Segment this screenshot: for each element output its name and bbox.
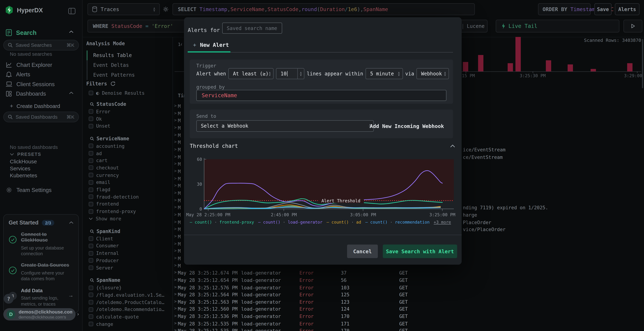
tab-results-table[interactable]: Results Table <box>86 50 135 60</box>
histogram-bar[interactable] <box>591 69 596 71</box>
denoise-results-option[interactable]: ◐ Denoise Results <box>82 89 172 97</box>
tab-new-alert[interactable]: + New Alert <box>193 42 229 48</box>
filter-item[interactable]: Consumer <box>82 242 172 250</box>
get-started-step[interactable]: 3Add DataStart sending logs, metrics, or… <box>8 288 74 307</box>
table-row[interactable]: >May 28 3:25:12.576 PMload-generatorErro… <box>172 284 644 291</box>
filter-checkbox[interactable] <box>89 237 93 241</box>
number-spinner[interactable]: ∧∨ <box>297 68 304 79</box>
presets-toggle[interactable]: PRESETS <box>10 151 41 158</box>
row-expand-chevron[interactable]: > <box>174 277 176 282</box>
saved-search-name-input[interactable]: Saved search name <box>222 22 282 34</box>
sidebar-item-client-sessions[interactable]: Client Sessions <box>6 79 54 89</box>
table-row[interactable]: >May 28 3:25:12.654 PMload-generatorErro… <box>172 277 644 284</box>
row-expand-chevron[interactable]: > <box>174 103 176 108</box>
filter-checkbox[interactable] <box>89 322 93 326</box>
filter-checkbox[interactable] <box>89 202 93 206</box>
row-expand-chevron[interactable]: > <box>174 125 176 130</box>
filter-checkbox[interactable] <box>89 307 93 312</box>
filter-item[interactable]: Error <box>82 108 172 115</box>
row-expand-chevron[interactable]: > <box>174 169 176 173</box>
histogram-bar[interactable] <box>627 63 632 71</box>
table-row[interactable]: >May 28 3:25:12.563 PMload-generatorErro… <box>172 298 644 306</box>
row-expand-chevron[interactable]: > <box>174 292 176 296</box>
row-expand-chevron[interactable]: > <box>174 306 176 311</box>
filter-group-label[interactable]: SpanName <box>82 277 172 284</box>
filter-group-label[interactable]: StatusCode <box>82 101 172 108</box>
table-row[interactable]: >May 28 3:25:12.536 PMload-generatorErro… <box>172 313 644 320</box>
filter-checkbox[interactable] <box>89 251 93 255</box>
filter-item[interactable]: Unset <box>82 122 172 130</box>
histogram-bar[interactable] <box>568 64 573 71</box>
chevron-right-icon[interactable]: › <box>77 311 79 317</box>
legend-item[interactable]: — count() · frontend-proxy <box>190 220 254 225</box>
filter-item[interactable]: checkout <box>82 164 172 172</box>
table-row[interactable]: >May 28 3:25:12.560 PMload-generatorErro… <box>172 306 644 313</box>
filter-group-label[interactable]: SpanKind <box>82 228 172 235</box>
refresh-icon[interactable] <box>110 81 116 86</box>
preset-kubernetes[interactable]: Kubernetes <box>10 172 37 178</box>
filter-item[interactable]: Client <box>82 235 172 242</box>
denoise-checkbox[interactable] <box>89 91 93 95</box>
filter-checkbox[interactable] <box>89 209 93 214</box>
filter-checkbox[interactable] <box>89 286 93 290</box>
table-row[interactable]: >May 28 3:25:12.674 PMload-generatorErro… <box>172 269 644 277</box>
filter-item[interactable]: Internal <box>82 250 172 257</box>
row-expand-chevron[interactable]: > <box>174 205 176 209</box>
row-expand-chevron[interactable]: > <box>174 248 176 253</box>
save-button[interactable]: Save <box>594 3 612 15</box>
table-row[interactable]: >May 28 3:25:12.535 PMload-generatorErro… <box>172 320 644 327</box>
legend-item[interactable]: — count() · recommendation <box>365 220 430 225</box>
row-expand-chevron[interactable]: > <box>174 154 176 159</box>
filter-checkbox[interactable] <box>89 300 93 305</box>
filter-item[interactable]: /oteldemo.ProductCatalo… <box>82 299 172 306</box>
row-expand-chevron[interactable]: > <box>174 227 176 231</box>
legend-more-button[interactable]: +3 more <box>434 220 451 225</box>
filter-checkbox[interactable] <box>89 109 93 114</box>
filter-group-label[interactable]: ServiceName <box>82 135 172 142</box>
live-tail-button[interactable]: Live Tail <box>496 20 619 32</box>
filter-item[interactable]: {closure} <box>82 284 172 292</box>
filter-checkbox[interactable] <box>89 187 93 192</box>
filter-item[interactable]: cart <box>82 157 172 164</box>
preset-services[interactable]: Services <box>10 165 30 171</box>
sidebar-item-chart-explorer[interactable]: Chart Explorer <box>6 60 52 69</box>
filter-checkbox[interactable] <box>89 180 93 185</box>
chevron-up-icon[interactable] <box>69 91 74 94</box>
histogram-bar[interactable] <box>516 37 521 71</box>
row-expand-chevron[interactable]: > <box>174 111 176 115</box>
row-expand-chevron[interactable]: > <box>174 132 176 137</box>
select-query-input[interactable]: SELECT Timestamp,ServiceName,StatusCode,… <box>172 3 475 15</box>
filter-item[interactable]: ad <box>82 150 172 157</box>
webhook-select[interactable]: Select a Webhook ∧∨ <box>196 120 374 132</box>
user-menu[interactable]: D demos@clickhouse.com demos@clickhouse.… <box>3 308 76 321</box>
sidebar-item-alerts[interactable]: Alerts <box>6 70 30 79</box>
gear-icon[interactable] <box>162 6 169 12</box>
filter-checkbox[interactable] <box>89 144 93 148</box>
histogram-bar[interactable] <box>546 60 551 71</box>
filter-checkbox[interactable] <box>89 293 93 297</box>
legend-item[interactable]: — count() · ad <box>326 220 361 225</box>
legend-item[interactable]: — count() · load-generator <box>258 220 322 225</box>
cancel-button[interactable]: Cancel <box>347 245 378 258</box>
grouped-by-input[interactable]: ServiceName <box>196 90 446 101</box>
filter-checkbox[interactable] <box>89 173 93 177</box>
channel-select[interactable]: Webhook ∧∨ <box>417 68 449 79</box>
preset-clickhouse[interactable]: ClickHouse <box>10 158 37 164</box>
play-button[interactable] <box>624 20 642 32</box>
sidebar-item-team-settings[interactable]: Team Settings <box>6 186 52 195</box>
table-row[interactable]: >May 28 3:25:12.564 PMload-generatorErro… <box>172 291 644 298</box>
get-started-step[interactable]: Connect to ClickHouseSet up your databas… <box>8 232 74 257</box>
row-expand-chevron[interactable]: > <box>174 328 176 331</box>
row-expand-chevron[interactable]: > <box>174 263 176 267</box>
row-expand-chevron[interactable]: > <box>174 256 176 260</box>
filter-checkbox[interactable] <box>89 116 93 121</box>
panel-toggle-icon[interactable] <box>68 7 76 15</box>
histogram-bar[interactable] <box>478 55 483 71</box>
filter-checkbox[interactable] <box>89 266 93 270</box>
row-expand-chevron[interactable]: > <box>174 219 176 224</box>
row-expand-chevron[interactable]: > <box>174 212 176 217</box>
row-expand-chevron[interactable]: > <box>174 183 176 188</box>
row-expand-chevron[interactable]: > <box>174 140 176 144</box>
condition-select[interactable]: At least (≥) ∧∨ <box>228 68 274 79</box>
filter-checkbox[interactable] <box>89 124 93 128</box>
